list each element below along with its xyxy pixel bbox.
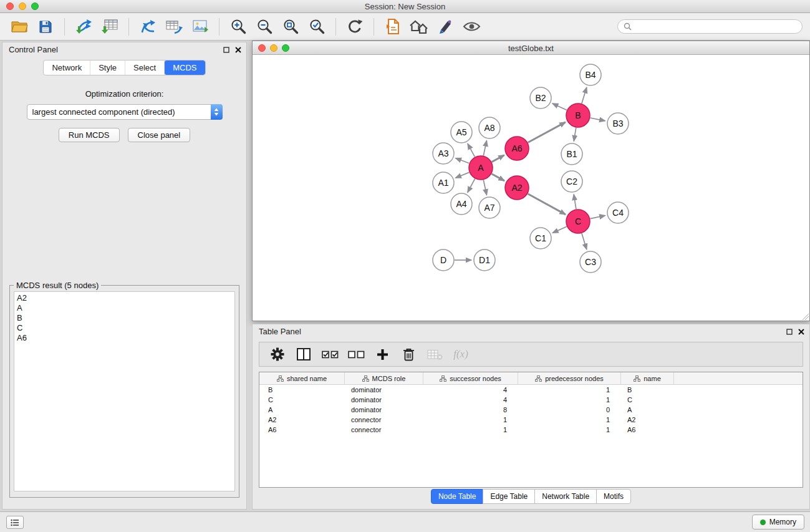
table-cell[interactable]: A6 [259,426,345,433]
tab-select[interactable]: Select [125,60,165,75]
search-input[interactable] [635,22,796,31]
edge-B-B3[interactable] [591,118,605,121]
node-B4[interactable]: B4 [580,64,601,85]
show-hide-graphics-button[interactable] [458,15,485,39]
tab-mcds[interactable]: MCDS [165,60,205,75]
table-cell[interactable]: connector [345,416,423,423]
mcds-result-list[interactable]: A2ABCA6 [14,291,235,491]
table-row[interactable]: Bdominator41B [259,385,803,395]
edge-A6-B[interactable] [528,122,566,143]
memory-button[interactable]: Memory [752,515,804,530]
zoom-out-button[interactable] [251,15,277,39]
table-cell[interactable]: connector [345,426,423,433]
node-A3[interactable]: A3 [433,143,454,164]
float-panel-icon[interactable] [223,46,229,55]
node-C4[interactable]: C4 [607,202,629,223]
table-close-panel-icon[interactable] [798,327,804,337]
node-B1[interactable]: B1 [561,143,582,165]
edge-A-A7[interactable] [483,180,486,195]
node-B3[interactable]: B3 [607,113,629,134]
node-C2[interactable]: C2 [561,171,582,192]
table-cell[interactable]: B [621,386,674,394]
edge-A2-C[interactable] [528,194,566,215]
add-row-button[interactable] [372,344,393,364]
open-session-button[interactable] [6,15,32,39]
tab-motifs[interactable]: Motifs [596,489,631,504]
network-canvas[interactable]: B4B2BB3A5A8A6B1A3AC2A1A2A4A7C4CC1C3DD1 [253,55,809,321]
node-B[interactable]: B [566,104,590,127]
node-A6[interactable]: A6 [505,137,529,160]
delete-rows-button[interactable] [398,344,419,364]
close-panel-icon[interactable] [235,46,241,55]
node-A1[interactable]: A1 [433,172,454,193]
edge-A-A5[interactable] [468,143,475,157]
tab-style[interactable]: Style [90,60,125,75]
table-cell[interactable]: dominator [345,396,423,404]
deselect-all-button[interactable] [345,344,367,364]
delete-table-button[interactable] [424,344,445,364]
open-document-button[interactable] [380,15,406,39]
result-item[interactable]: B [17,313,232,323]
node-D[interactable]: D [433,249,454,271]
node-D1[interactable]: D1 [474,249,495,271]
node-A8[interactable]: A8 [479,117,500,138]
style-brush-button[interactable] [432,15,458,39]
zoom-in-button[interactable] [225,15,251,39]
new-network-button[interactable] [135,15,161,39]
node-C[interactable]: C [566,210,590,233]
network-window-titlebar[interactable]: testGlobe.txt [253,41,809,55]
network-graph[interactable]: B4B2BB3A5A8A6B1A3AC2A1A2A4A7C4CC1C3DD1 [253,55,809,321]
table-cell[interactable]: 1 [518,416,621,423]
edge-A-A2[interactable] [492,174,504,181]
save-session-button[interactable] [32,15,59,39]
tab-network[interactable]: Network [44,60,90,75]
export-image-button[interactable] [187,15,213,39]
column-header-successor-nodes[interactable]: successor nodes [423,372,518,384]
task-history-button[interactable] [6,516,24,529]
edge-C-C2[interactable] [574,195,576,210]
node-A7[interactable]: A7 [479,197,500,218]
table-cell[interactable]: 1 [518,396,621,404]
table-cell[interactable]: 8 [423,406,518,414]
node-A2[interactable]: A2 [505,176,529,200]
edge-A-A1[interactable] [456,172,470,178]
edge-A-A3[interactable] [456,158,470,163]
column-header-predecessor-nodes[interactable]: predecessor nodes [518,372,621,384]
tab-edge-table[interactable]: Edge Table [483,489,535,504]
table-cell[interactable]: B [259,386,345,394]
result-item[interactable]: A6 [17,333,232,343]
table-cell[interactable]: 1 [423,416,518,423]
node-B2[interactable]: B2 [530,87,551,109]
table-cell[interactable]: A6 [621,426,674,433]
table-cell[interactable]: C [621,396,674,404]
close-panel-button[interactable]: Close panel [128,128,191,142]
table-cell[interactable]: 4 [423,386,518,394]
column-header-name[interactable]: name [621,372,674,384]
edge-C-C1[interactable] [552,226,567,233]
import-table-file-button[interactable] [97,15,123,39]
table-cell[interactable]: dominator [345,386,423,394]
edge-A-A4[interactable] [468,179,475,193]
column-header-shared-name[interactable]: shared name [259,372,345,384]
edge-B-B4[interactable] [582,87,587,104]
result-item[interactable]: C [17,323,232,333]
table-cell[interactable]: 0 [518,406,621,414]
result-item[interactable]: A2 [17,293,232,303]
table-cell[interactable]: 1 [518,386,621,394]
table-cell[interactable]: dominator [345,406,423,414]
table-cell[interactable]: 1 [518,426,621,433]
edge-A-A6[interactable] [492,155,504,162]
node-C1[interactable]: C1 [530,228,551,249]
table-cell[interactable]: C [259,396,345,404]
table-cell[interactable]: A2 [259,416,345,423]
refresh-layout-button[interactable] [342,15,368,39]
optimization-criterion-select[interactable]: largest connected component (directed) [27,104,223,120]
columns-button[interactable] [293,344,314,364]
column-header-MCDS-role[interactable]: MCDS role [345,372,423,384]
table-cell[interactable]: A [259,406,345,414]
node-A4[interactable]: A4 [451,193,472,215]
new-network-table-button[interactable] [161,15,187,39]
edge-B-B1[interactable] [574,128,576,142]
tab-node-table[interactable]: Node Table [431,489,484,504]
home-button[interactable] [406,15,432,39]
